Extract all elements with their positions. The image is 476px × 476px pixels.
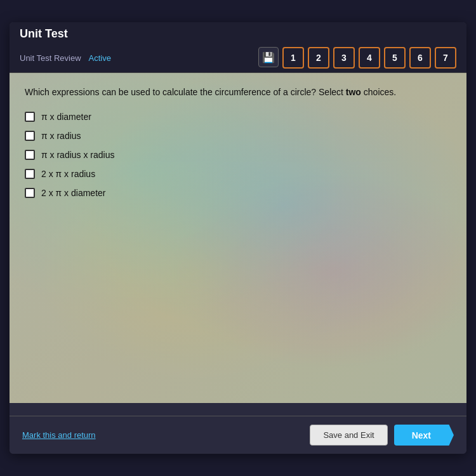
- page-num-3[interactable]: 3: [333, 47, 355, 69]
- main-content: Which expressions can be used to calcula…: [10, 73, 466, 403]
- page-title: Unit Test: [20, 27, 68, 41]
- page-num-5[interactable]: 5: [384, 47, 406, 69]
- checkbox-e[interactable]: [25, 188, 35, 198]
- answer-label-c: π x radius x radius: [41, 150, 114, 160]
- answer-item-d[interactable]: 2 x π x radius: [25, 169, 451, 179]
- save-exit-button[interactable]: Save and Exit: [310, 425, 387, 446]
- page-num-7[interactable]: 7: [435, 47, 456, 69]
- checkbox-b[interactable]: [25, 131, 35, 141]
- answer-item-b[interactable]: π x radius: [25, 131, 451, 141]
- answer-label-e: 2 x π x diameter: [41, 188, 105, 198]
- next-button[interactable]: Next: [394, 425, 454, 446]
- mark-return-link[interactable]: Mark this and return: [22, 430, 96, 440]
- page-num-6[interactable]: 6: [409, 47, 431, 69]
- page-num-1[interactable]: 1: [282, 47, 304, 69]
- page-num-2[interactable]: 2: [308, 47, 329, 69]
- page-num-4[interactable]: 4: [359, 47, 380, 69]
- checkbox-a[interactable]: [25, 112, 35, 122]
- footer-buttons: Save and Exit Next: [310, 425, 454, 446]
- answer-item-a[interactable]: π x diameter: [25, 112, 451, 122]
- content-overlay: Which expressions can be used to calcula…: [25, 86, 451, 198]
- answer-label-d: 2 x π x radius: [41, 169, 95, 179]
- answer-item-c[interactable]: π x radius x radius: [25, 150, 451, 160]
- checkbox-d[interactable]: [25, 169, 35, 179]
- question-text: Which expressions can be used to calcula…: [25, 86, 451, 99]
- bold-word: two: [346, 87, 361, 97]
- screen-container: Unit Test Unit Test Review Active 💾 1 2 …: [10, 22, 466, 454]
- save-icon[interactable]: 💾: [258, 47, 279, 67]
- nav-row: Unit Test Review Active 💾 1 2 3 4 5 6 7: [20, 43, 456, 72]
- status-badge: Active: [89, 53, 111, 63]
- checkbox-c[interactable]: [25, 150, 35, 160]
- page-numbers: 💾 1 2 3 4 5 6 7: [258, 47, 456, 69]
- footer: Mark this and return Save and Exit Next: [10, 416, 466, 454]
- subtitle: Unit Test Review: [20, 53, 81, 63]
- answer-list: π x diameter π x radius π x radius x rad…: [25, 112, 451, 198]
- answer-item-e[interactable]: 2 x π x diameter: [25, 188, 451, 198]
- answer-label-b: π x radius: [41, 131, 81, 141]
- header: Unit Test Unit Test Review Active 💾 1 2 …: [10, 22, 466, 73]
- answer-label-a: π x diameter: [41, 112, 91, 122]
- title-bar: Unit Test: [20, 27, 456, 43]
